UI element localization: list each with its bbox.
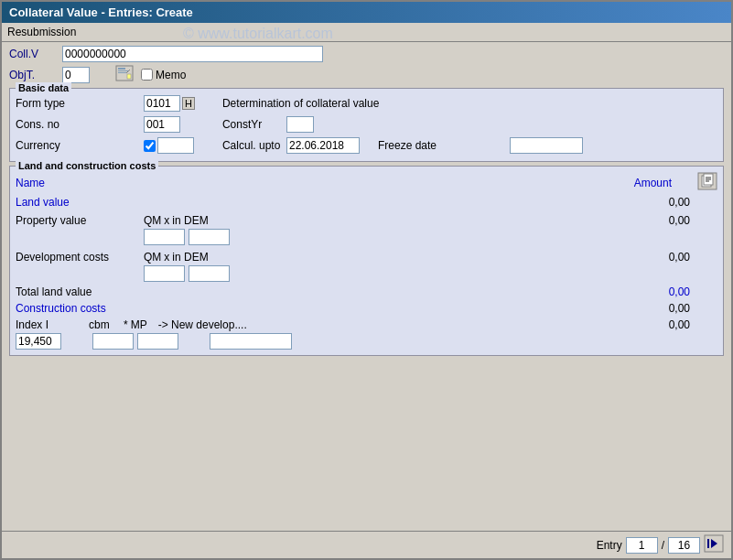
window-title: Collateral Value - Entries: Create: [9, 5, 193, 19]
currency-row: Currency: [16, 136, 195, 155]
dev-inputs-row: [144, 265, 717, 282]
currency-checkbox[interactable]: [144, 140, 156, 152]
entry-input[interactable]: [626, 537, 658, 554]
name-col-header: Name: [16, 177, 45, 189]
cons-no-input[interactable]: [144, 116, 180, 133]
obj-t-input[interactable]: [62, 67, 90, 83]
top-fields-row: Coll.V: [9, 46, 724, 62]
cbm-label: cbm: [89, 318, 121, 331]
land-title: Land and construction costs: [16, 160, 158, 171]
dev-qm-input[interactable]: [144, 265, 185, 282]
form-type-label: Form type: [16, 97, 144, 110]
memo-label: Memo: [156, 69, 186, 81]
slash: /: [662, 539, 664, 552]
mp-label: MP: [131, 318, 147, 331]
obj-t-row: ObjT. Memo: [9, 65, 724, 84]
entry-label: Entry: [597, 539, 622, 552]
const-yr-input[interactable]: [286, 116, 314, 133]
nav-icon[interactable]: [704, 534, 724, 555]
freeze-date-label: Freeze date: [378, 139, 506, 152]
freeze-date-input[interactable]: [510, 137, 583, 154]
svg-rect-2: [118, 70, 128, 71]
dev-x-input[interactable]: [189, 265, 230, 282]
index-mp-input[interactable]: [137, 333, 178, 350]
property-in-label: in DEM: [172, 214, 208, 227]
basic-data-left: Form type H Cons. no Currency: [16, 94, 195, 157]
coll-v-label: Coll.V: [9, 48, 55, 60]
calcul-upto-input[interactable]: [286, 137, 360, 154]
amount-col-header: Amount: [634, 177, 672, 189]
land-value-row: Land value 0,00: [16, 196, 717, 209]
construction-amount: 0,00: [635, 302, 690, 315]
const-yr-row: ConstYr: [222, 115, 583, 134]
construction-label: Construction costs: [16, 302, 106, 315]
basic-data-right: Determination of collateral value ConstY…: [222, 94, 583, 157]
title-bar: Collateral Value - Entries: Create: [2, 2, 731, 23]
total-land-amount: 0,00: [635, 285, 690, 298]
index-labels-row: Index I cbm * MP -> New develop.... 0,00: [16, 318, 717, 331]
land-value-label: Land value: [16, 196, 70, 209]
total-land-label: Total land value: [16, 285, 144, 298]
property-inputs-row: [144, 229, 717, 245]
index-inputs-row: [16, 333, 717, 350]
total-input[interactable]: [668, 537, 700, 554]
property-qm-label: QM: [144, 214, 161, 227]
copy-icon[interactable]: [697, 172, 717, 193]
svg-rect-3: [118, 72, 126, 73]
index-cbm-input[interactable]: [92, 333, 134, 350]
dev-x-label: x: [164, 251, 169, 264]
property-value-row: Property value QM x in DEM 0,00: [16, 214, 717, 227]
property-value-label: Property value: [16, 214, 144, 227]
determination-label: Determination of collateral value: [222, 97, 379, 110]
determination-row: Determination of collateral value: [222, 94, 583, 113]
memo-checkbox-area: Memo: [141, 69, 186, 81]
basic-data-inner: Form type H Cons. no Currency: [16, 94, 717, 157]
svg-rect-1: [118, 68, 125, 70]
arrow-label: -> New develop....: [158, 318, 268, 331]
property-x-input[interactable]: [189, 229, 230, 245]
toolbar: Resubmission © www.tutorialkart.com: [2, 23, 731, 42]
dev-costs-label: Development costs: [16, 251, 144, 264]
svg-rect-4: [127, 74, 131, 79]
form-type-row: Form type H: [16, 94, 195, 113]
cons-no-row: Cons. no: [16, 115, 195, 134]
dev-qm-label: QM: [144, 251, 161, 264]
memo-checkbox[interactable]: [141, 69, 153, 81]
basic-data-section: Basic data Form type H Cons. no Currenc: [9, 88, 724, 162]
index-new-dev-input[interactable]: [210, 333, 292, 350]
basic-data-title: Basic data: [16, 82, 71, 93]
obj-t-label: ObjT.: [9, 69, 55, 81]
calcul-upto-label: Calcul. upto: [222, 139, 286, 152]
total-land-row: Total land value 0,00: [16, 285, 717, 298]
edit-icon[interactable]: [115, 65, 134, 84]
currency-input[interactable]: [157, 137, 194, 154]
currency-label: Currency: [16, 139, 144, 152]
land-section: Land and construction costs Name Amount …: [9, 166, 724, 356]
property-x-label: x: [164, 214, 169, 227]
land-header-row: Name Amount: [16, 172, 717, 193]
main-content: Coll.V ObjT. Memo Basic data Form type: [2, 42, 731, 531]
form-type-input[interactable]: [144, 95, 180, 112]
resubmission-label[interactable]: Resubmission: [7, 26, 76, 38]
form-type-btn[interactable]: H: [182, 97, 195, 110]
dev-amount: 0,00: [635, 251, 690, 264]
asterisk-label: *: [124, 318, 128, 331]
index-i-label: Index I: [16, 318, 89, 331]
land-value-amount: 0,00: [635, 196, 690, 209]
property-qm-input[interactable]: [144, 229, 185, 245]
index-i-input[interactable]: [16, 333, 61, 350]
watermark: © www.tutorialkart.com: [183, 26, 333, 42]
const-yr-label: ConstYr: [222, 118, 286, 131]
property-amount: 0,00: [635, 214, 690, 227]
index-amount: 0,00: [635, 318, 690, 331]
cons-no-label: Cons. no: [16, 118, 144, 131]
dev-costs-row: Development costs QM x in DEM 0,00: [16, 251, 717, 264]
construction-costs-row: Construction costs 0,00: [16, 302, 717, 315]
dev-in-label: in DEM: [172, 251, 208, 264]
coll-v-input[interactable]: [62, 46, 323, 62]
calcul-upto-row: Calcul. upto Freeze date: [222, 136, 583, 155]
bottom-bar: Entry /: [2, 531, 731, 558]
